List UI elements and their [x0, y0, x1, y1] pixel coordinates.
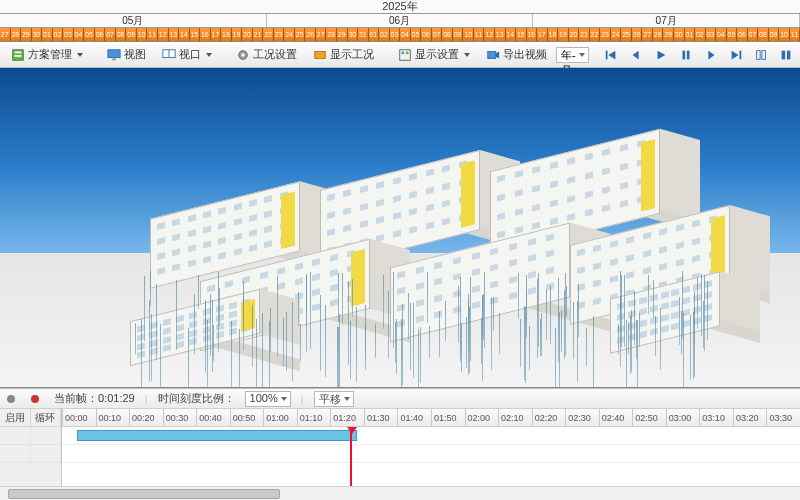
viewport-button[interactable]: 视口	[155, 45, 219, 65]
calendar-day[interactable]: 25	[295, 28, 306, 41]
pause-button[interactable]	[674, 45, 698, 65]
calendar-day[interactable]: 03	[63, 28, 74, 41]
calendar-day[interactable]: 02	[379, 28, 390, 41]
calendar-day[interactable]: 20	[242, 28, 253, 41]
calendar-day[interactable]: 22	[590, 28, 601, 41]
calendar-day[interactable]: 24	[284, 28, 295, 41]
timeline-playhead[interactable]	[350, 427, 352, 486]
calendar-day[interactable]: 18	[548, 28, 559, 41]
first-button[interactable]	[599, 45, 623, 65]
work-settings-button[interactable]: 工况设置	[229, 45, 304, 65]
calendar-day[interactable]: 11	[474, 28, 485, 41]
calendar-day[interactable]: 30	[674, 28, 685, 41]
track-row[interactable]	[62, 427, 800, 445]
calendar-day[interactable]: 29	[663, 28, 674, 41]
calendar-day[interactable]: 19	[232, 28, 243, 41]
calendar-day[interactable]: 17	[211, 28, 222, 41]
calendar-day[interactable]: 28	[653, 28, 664, 41]
calendar-day[interactable]: 15	[516, 28, 527, 41]
calendar-days-row[interactable]: 2728293001020304050607080910111213141516…	[0, 28, 800, 42]
calendar-day[interactable]: 27	[642, 28, 653, 41]
calendar-day[interactable]: 26	[305, 28, 316, 41]
calendar-day[interactable]: 07	[105, 28, 116, 41]
calendar-day[interactable]: 15	[190, 28, 201, 41]
calendar-day[interactable]: 29	[337, 28, 348, 41]
timeline-tracks[interactable]	[62, 427, 800, 486]
calendar-day[interactable]: 13	[495, 28, 506, 41]
calendar-day[interactable]: 27	[0, 28, 11, 41]
calendar-day[interactable]: 31	[358, 28, 369, 41]
calendar-day[interactable]: 27	[316, 28, 327, 41]
calendar-day[interactable]: 05	[84, 28, 95, 41]
track-row[interactable]	[62, 445, 800, 463]
calendar-day[interactable]: 11	[147, 28, 158, 41]
timeline-ruler[interactable]: 00:0000:1000:2000:3000:4000:5001:0001:10…	[62, 409, 800, 427]
timeline-scrollbar[interactable]	[0, 486, 800, 500]
track-row-header[interactable]	[0, 427, 61, 445]
calendar-day[interactable]: 01	[369, 28, 380, 41]
calendar-day[interactable]: 04	[74, 28, 85, 41]
export-video-button[interactable]: 导出视频	[479, 45, 554, 65]
calendar-day[interactable]: 30	[348, 28, 359, 41]
plan-management-button[interactable]: 方案管理	[4, 45, 90, 65]
calendar-day[interactable]: 02	[53, 28, 64, 41]
loop-b-button[interactable]	[774, 45, 798, 65]
calendar-day[interactable]: 04	[716, 28, 727, 41]
calendar-day[interactable]: 20	[569, 28, 580, 41]
calendar-day[interactable]: 09	[453, 28, 464, 41]
calendar-day[interactable]: 23	[600, 28, 611, 41]
mode-select[interactable]: 平移	[314, 391, 354, 407]
calendar-day[interactable]: 10	[463, 28, 474, 41]
loop-a-button[interactable]	[749, 45, 773, 65]
play-button[interactable]	[649, 45, 673, 65]
calendar-day[interactable]: 29	[21, 28, 32, 41]
calendar-day[interactable]: 07	[748, 28, 759, 41]
calendar-day[interactable]: 08	[442, 28, 453, 41]
calendar-day[interactable]: 21	[253, 28, 264, 41]
calendar-day[interactable]: 26	[632, 28, 643, 41]
last-button[interactable]	[724, 45, 748, 65]
next-button[interactable]	[699, 45, 723, 65]
calendar-day[interactable]: 06	[95, 28, 106, 41]
calendar-day[interactable]: 06	[421, 28, 432, 41]
scale-select[interactable]: 100%	[245, 391, 291, 407]
calendar-day[interactable]: 23	[274, 28, 285, 41]
calendar-day[interactable]: 11	[790, 28, 800, 41]
timeline-tracks-area[interactable]: 00:0000:1000:2000:3000:4000:5001:0001:10…	[62, 409, 800, 486]
calendar-day[interactable]: 14	[179, 28, 190, 41]
calendar-day[interactable]: 08	[758, 28, 769, 41]
calendar-day[interactable]: 10	[779, 28, 790, 41]
calendar-day[interactable]: 09	[126, 28, 137, 41]
calendar-day[interactable]: 14	[506, 28, 517, 41]
show-work-button[interactable]: 显示工况	[306, 45, 381, 65]
calendar-day[interactable]: 10	[137, 28, 148, 41]
calendar-day[interactable]: 02	[695, 28, 706, 41]
date-format-select[interactable]: 年-月-日	[556, 47, 589, 63]
calendar-day[interactable]: 24	[611, 28, 622, 41]
calendar-day[interactable]: 04	[400, 28, 411, 41]
calendar-day[interactable]: 12	[158, 28, 169, 41]
calendar-day[interactable]: 06	[737, 28, 748, 41]
view-button[interactable]: 视图	[100, 45, 153, 65]
calendar-day[interactable]: 25	[621, 28, 632, 41]
calendar-day[interactable]: 21	[579, 28, 590, 41]
calendar-day[interactable]: 05	[727, 28, 738, 41]
calendar-day[interactable]: 09	[769, 28, 780, 41]
calendar-day[interactable]: 01	[42, 28, 53, 41]
scrollbar-thumb[interactable]	[8, 489, 280, 499]
prev-button[interactable]	[624, 45, 648, 65]
timeline-clip[interactable]	[77, 430, 357, 441]
calendar-day[interactable]: 18	[221, 28, 232, 41]
calendar-day[interactable]: 17	[537, 28, 548, 41]
calendar-day[interactable]: 13	[169, 28, 180, 41]
display-settings-button[interactable]: 显示设置	[391, 45, 477, 65]
calendar-day[interactable]: 19	[558, 28, 569, 41]
calendar-day[interactable]: 01	[685, 28, 696, 41]
calendar-day[interactable]: 22	[263, 28, 274, 41]
calendar-day[interactable]: 08	[116, 28, 127, 41]
calendar-day[interactable]: 03	[390, 28, 401, 41]
calendar-day[interactable]: 28	[11, 28, 22, 41]
3d-viewport[interactable]	[0, 68, 800, 388]
calendar-day[interactable]: 05	[411, 28, 422, 41]
calendar-day[interactable]: 16	[527, 28, 538, 41]
